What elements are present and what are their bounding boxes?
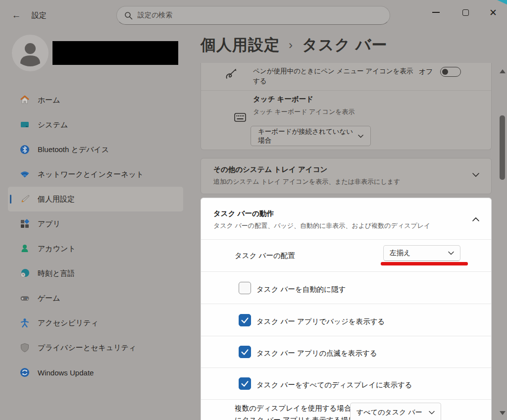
- dropdown-value: キーボードが接続されていない場合: [258, 127, 358, 145]
- alignment-dropdown[interactable]: 左揃え: [383, 245, 460, 261]
- flashing-checkbox[interactable]: [239, 346, 251, 358]
- sidebar-item-label: プライバシーとセキュリティ: [38, 343, 136, 353]
- touch-keyboard-subtitle: タッチ キーボード アイコンを表示: [253, 107, 355, 116]
- annotation-underline: [381, 262, 468, 265]
- sidebar-item-personalization[interactable]: 個人用設定: [8, 187, 183, 211]
- search-input[interactable]: 設定の検索: [116, 6, 390, 25]
- settings-window: ← 設定 設定の検索 ✕ ホーム: [0, 0, 507, 420]
- sidebar-item-label: システム: [38, 120, 68, 130]
- touch-keyboard-icon: [234, 112, 246, 122]
- sidebar-item-label: アクセシビリティ: [38, 318, 99, 328]
- chevron-up-icon[interactable]: [472, 217, 479, 222]
- privacy-icon: [20, 343, 30, 353]
- sidebar-item-gaming[interactable]: ゲーム: [8, 286, 183, 311]
- dropdown-value: すべてのタスク バー: [356, 408, 422, 417]
- minimize-button[interactable]: [424, 0, 447, 25]
- app-title: 設定: [32, 11, 47, 20]
- windows-update-icon: [20, 368, 30, 377]
- sidebar-item-label: ホーム: [38, 96, 60, 105]
- chevron-down-icon: [429, 411, 435, 415]
- sidebar-item-accessibility[interactable]: アクセシビリティ: [8, 311, 183, 335]
- divider: [201, 336, 491, 336]
- sidebar-item-apps[interactable]: アプリ: [8, 211, 183, 236]
- divider: [201, 399, 491, 400]
- sidebar-item-time-language[interactable]: 時刻と言語: [8, 261, 183, 286]
- redacted-username: [52, 41, 178, 65]
- badges-checkbox[interactable]: [239, 314, 251, 326]
- chevron-down-icon[interactable]: [472, 172, 479, 177]
- badges-label: タスク バー アプリでバッジを表示する: [256, 317, 385, 326]
- sidebar-item-label: ゲーム: [38, 294, 60, 303]
- other-tray-icons-card[interactable]: その他のシステム トレイ アイコン 追加のシステム トレイ アイコンを表示、また…: [201, 158, 492, 194]
- apps-icon: [20, 219, 30, 229]
- scrollbar-down-icon[interactable]: [500, 411, 506, 415]
- system-icon: [20, 120, 30, 130]
- dropdown-value: 左揃え: [390, 249, 410, 258]
- auto-hide-label: タスク バーを自動的に隠す: [256, 285, 346, 294]
- network-icon: [20, 169, 30, 179]
- pen-setting-label: ペンが使用中のときにペン メニュー アイコンを表示する: [253, 66, 414, 86]
- maximize-button[interactable]: [454, 0, 477, 25]
- sidebar-item-bluetooth[interactable]: Bluetooth とデバイス: [8, 137, 183, 162]
- divider: [201, 368, 491, 368]
- avatar[interactable]: [12, 35, 49, 71]
- sidebar-item-system[interactable]: システム: [8, 112, 183, 137]
- touch-keyboard-dropdown[interactable]: キーボードが接続されていない場合: [251, 126, 371, 146]
- sidebar-item-label: アプリ: [38, 219, 60, 229]
- multi-display-label-line2: にタスク バー アプリを表示する場所: [235, 416, 355, 420]
- sidebar-nav: ホーム システム Bluetooth とデバイス ネットワークとインターネット: [8, 88, 183, 385]
- bluetooth-icon: [20, 145, 30, 155]
- search-icon: [124, 11, 133, 20]
- behaviors-subtitle: タスク バーの配置、バッジ、自動的に非表示、および複数のディスプレイ: [213, 221, 430, 230]
- sidebar-item-label: ネットワークとインターネット: [38, 170, 144, 179]
- sidebar-item-privacy[interactable]: プライバシーとセキュリティ: [8, 335, 183, 360]
- chevron-down-icon: [448, 251, 454, 255]
- taskbar-behaviors-card: タスク バーの動作 タスク バーの配置、バッジ、自動的に非表示、および複数のディ…: [201, 198, 492, 420]
- accounts-icon: [20, 244, 30, 254]
- auto-hide-checkbox[interactable]: [239, 282, 251, 294]
- breadcrumb-parent[interactable]: 個人用設定: [201, 35, 280, 55]
- behaviors-title: タスク バーの動作: [213, 209, 274, 218]
- touch-keyboard-title: タッチ キーボード: [253, 95, 313, 104]
- sidebar-item-accounts[interactable]: アカウント: [8, 236, 183, 261]
- multi-display-label-line1: 複数のディスプレイを使用する場合: [235, 404, 351, 412]
- flashing-label: タスク バー アプリの点滅を表示する: [256, 349, 377, 358]
- chevron-down-icon: [358, 134, 363, 138]
- time-language-icon: [20, 268, 30, 278]
- divider: [201, 239, 491, 240]
- home-icon: [20, 95, 30, 105]
- multi-display-dropdown[interactable]: すべてのタスク バー: [350, 403, 441, 420]
- sidebar-item-label: Bluetooth とデバイス: [38, 145, 109, 155]
- gaming-icon: [20, 293, 30, 303]
- divider: [201, 304, 491, 304]
- breadcrumb-separator-icon: ›: [289, 38, 293, 52]
- scrollbar-up-icon[interactable]: [500, 69, 506, 73]
- page-title: タスク バー: [302, 35, 388, 55]
- sidebar-item-label: 時刻と言語: [38, 269, 75, 278]
- toggle-state-label: オフ: [419, 67, 433, 76]
- other-tray-title: その他のシステム トレイ アイコン: [213, 165, 327, 174]
- breadcrumb: 個人用設定 › タスク バー: [201, 35, 388, 55]
- system-tray-icons-card: ペンが使用中のときにペン メニュー アイコンを表示する オフ タッチ キーボード…: [201, 63, 492, 150]
- pen-menu-toggle[interactable]: [440, 67, 461, 77]
- all-displays-checkbox[interactable]: [239, 377, 251, 390]
- sidebar-item-label: アカウント: [38, 244, 76, 254]
- scrollbar-thumb[interactable]: [500, 115, 505, 180]
- other-tray-subtitle: 追加のシステム トレイ アイコンを表示、または非表示にします: [213, 177, 400, 186]
- divider: [201, 90, 491, 91]
- sidebar-item-label: 個人用設定: [38, 195, 75, 204]
- divider: [201, 271, 491, 272]
- sidebar-item-label: Windows Update: [38, 368, 94, 377]
- all-displays-label: タスク バーをすべてのディスプレイに表示する: [256, 380, 412, 390]
- desktop-corner: [497, 0, 507, 4]
- search-placeholder: 設定の検索: [138, 11, 172, 20]
- sidebar-item-home[interactable]: ホーム: [8, 88, 183, 112]
- accessibility-icon: [20, 318, 30, 328]
- sidebar-item-network[interactable]: ネットワークとインターネット: [8, 162, 183, 187]
- alignment-label: タスク バーの配置: [235, 251, 295, 261]
- person-icon: [12, 35, 49, 71]
- sidebar-item-windows-update[interactable]: Windows Update: [8, 360, 183, 385]
- personalization-icon: [20, 194, 30, 204]
- back-icon[interactable]: ←: [10, 9, 23, 22]
- pen-icon: [225, 67, 238, 80]
